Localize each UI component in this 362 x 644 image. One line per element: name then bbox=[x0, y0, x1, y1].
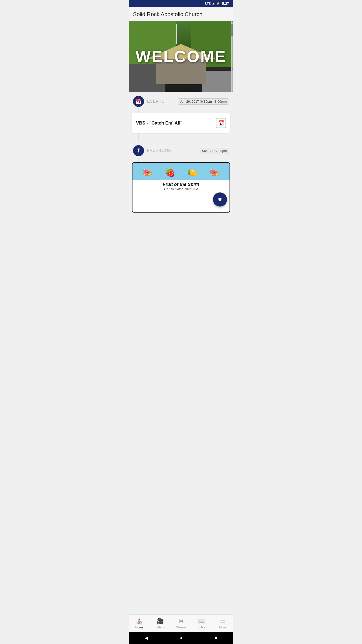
events-date: Jun 29, 2017 (6:30pm - 8:00pm) bbox=[178, 98, 229, 105]
fruit-container: 🍉 🍓 🍋 🍉 bbox=[132, 163, 230, 180]
fruit-watermelon-slice: 🍉 bbox=[210, 168, 220, 177]
hero-image: WELCOME bbox=[129, 21, 233, 92]
status-icons: LTE ▲ ⚡ bbox=[205, 2, 220, 5]
app-header: Solid Rock Apostolic Church bbox=[129, 7, 233, 21]
timeline-connector-facebook bbox=[138, 158, 139, 162]
event-card[interactable]: VBS - "Catch Em' All" 📅 bbox=[132, 113, 230, 133]
church-steeple bbox=[176, 24, 177, 44]
events-section-header: 📅 EVENTS Jun 29, 2017 (6:30pm - 8:00pm) bbox=[129, 92, 233, 109]
event-title: VBS - "Catch Em' All" bbox=[136, 120, 183, 126]
scrollbar-thumb[interactable] bbox=[231, 24, 233, 36]
timeline-connector-top bbox=[138, 109, 139, 113]
post-subtitle: Got To Catch Them All! bbox=[135, 187, 227, 191]
events-section-title: EVENTS bbox=[147, 99, 165, 104]
status-time: 5:27 bbox=[222, 2, 229, 6]
fruit-watermelon: 🍉 bbox=[143, 168, 153, 177]
like-fab-button[interactable]: ♥ bbox=[213, 192, 227, 207]
lte-icon: LTE bbox=[205, 2, 211, 5]
calendar-icon: 📅 bbox=[135, 98, 142, 104]
timeline-connector-middle bbox=[138, 133, 139, 141]
status-bar: LTE ▲ ⚡ 5:27 bbox=[129, 0, 233, 7]
post-text-area: Fruit of the Spirit Got To Catch Them Al… bbox=[132, 180, 230, 193]
events-icon-circle: 📅 bbox=[133, 96, 144, 107]
battery-icon: ⚡ bbox=[216, 2, 220, 5]
add-calendar-icon[interactable]: 📅 bbox=[216, 118, 226, 128]
scrollbar[interactable] bbox=[231, 21, 233, 92]
heart-icon: ♥ bbox=[218, 196, 222, 204]
app-title: Solid Rock Apostolic Church bbox=[133, 11, 229, 18]
facebook-section-header: f FACEBOOK 06/28/17 7:39pm bbox=[129, 141, 233, 158]
calendar-add-icon: 📅 bbox=[218, 120, 224, 126]
facebook-icon: f bbox=[138, 147, 139, 154]
facebook-icon-circle: f bbox=[133, 145, 144, 156]
facebook-post-wrapper: 🍉 🍓 🍋 🍉 Fruit of the Spirit Got To Catch… bbox=[129, 162, 233, 213]
fruit-lemon: 🍋 bbox=[187, 168, 197, 177]
signal-icon: ▲ bbox=[212, 2, 215, 5]
facebook-section-title: FACEBOOK bbox=[147, 148, 171, 153]
welcome-text: WELCOME bbox=[135, 47, 227, 66]
post-title: Fruit of the Spirit bbox=[135, 182, 227, 187]
content-area: 📅 EVENTS Jun 29, 2017 (6:30pm - 8:00pm) … bbox=[129, 92, 233, 233]
facebook-post-image[interactable]: 🍉 🍓 🍋 🍉 Fruit of the Spirit Got To Catch… bbox=[132, 162, 230, 213]
facebook-post-date: 06/28/17 7:39pm bbox=[200, 148, 229, 154]
fruit-strawberry: 🍓 bbox=[165, 168, 175, 177]
